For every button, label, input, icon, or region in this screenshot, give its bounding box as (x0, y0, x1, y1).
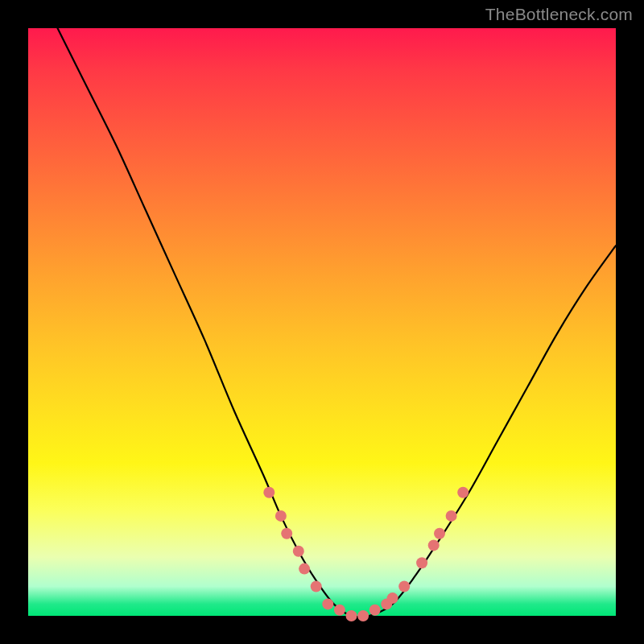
bottleneck-curve (58, 28, 617, 617)
marker-dots (263, 487, 469, 621)
marker-dot (263, 487, 275, 498)
marker-dot (334, 605, 345, 616)
marker-dot (446, 510, 457, 522)
marker-dot (299, 564, 310, 575)
marker-dot (387, 592, 398, 604)
marker-dot (311, 581, 322, 592)
marker-dot (434, 528, 445, 539)
marker-dot (322, 598, 333, 609)
marker-dot (281, 528, 292, 539)
marker-dot (357, 610, 369, 621)
marker-dot (398, 581, 410, 592)
marker-dot (293, 546, 304, 557)
watermark-text: TheBottleneck.com (485, 5, 633, 24)
curve-svg (28, 28, 616, 616)
marker-dot (428, 539, 440, 551)
plot-area (28, 28, 616, 616)
marker-dot (369, 605, 381, 616)
marker-dot (416, 557, 427, 568)
marker-dot (275, 510, 287, 522)
chart-frame: TheBottleneck.com (0, 0, 644, 644)
marker-dot (346, 610, 357, 621)
marker-dot (457, 487, 469, 498)
